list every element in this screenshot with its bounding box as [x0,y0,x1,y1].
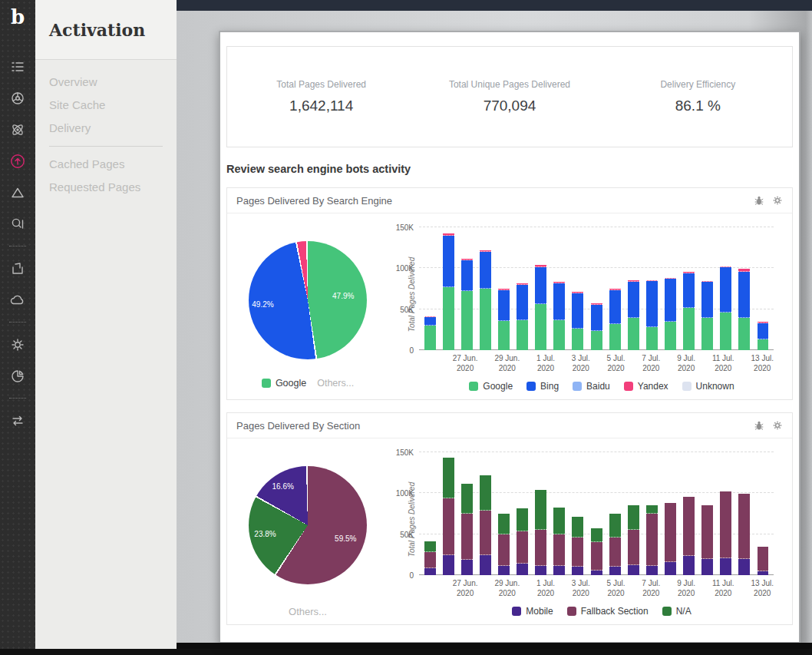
gear-icon[interactable] [772,195,783,206]
legend-item-mobile[interactable]: Mobile [512,606,553,617]
stacked-bar[interactable] [572,227,583,350]
stacked-bar[interactable] [628,227,639,350]
stacked-bar[interactable] [591,227,602,350]
y-tick-label: 50K [400,305,414,313]
bar-legend: MobileFallback SectionN/A [419,606,784,617]
legend-label: Fallback Section [581,606,649,617]
stacked-bar[interactable] [461,452,473,575]
sidebar-item-requested-pages[interactable]: Requested Pages [35,176,177,199]
stacked-bar[interactable] [517,227,528,350]
stacked-bar[interactable] [720,227,731,350]
stacked-bar[interactable] [646,452,658,575]
crawler-wheel-icon[interactable] [0,82,35,114]
export-icon[interactable] [0,253,35,284]
legend-item-fallback-section[interactable]: Fallback Section [567,606,649,617]
legend-swatch [682,382,692,391]
stacked-bar[interactable] [683,227,695,350]
stacked-bar[interactable] [480,452,491,575]
x-tick-label [419,578,436,598]
pie-chart-icon[interactable] [0,360,35,392]
legend-item-others-[interactable]: Others... [289,606,327,617]
stacked-bar[interactable] [591,452,602,575]
stacked-bar[interactable] [738,227,750,350]
stacked-bar[interactable] [553,452,565,575]
stacked-bar[interactable] [701,452,713,575]
sidebar-item-site-cache[interactable]: Site Cache [35,94,177,117]
sidebar-item-delivery[interactable]: Delivery [35,117,177,140]
x-tick-label: 7 Jul.2020 [642,353,660,373]
stacked-bar[interactable] [498,452,510,575]
stacked-bar[interactable] [628,452,639,575]
legend-item-yandex[interactable]: Yandex [624,381,668,392]
stacked-bar[interactable] [535,452,546,575]
legend-item-baidu[interactable]: Baidu [573,381,610,392]
bar-segment-bing [758,323,769,339]
pie-chart-section[interactable]: 59.5%23.8%16.6% [249,466,367,584]
stacked-bar[interactable] [683,452,695,575]
bar-column [624,452,642,575]
stacked-bar[interactable] [553,227,565,350]
stacked-bar[interactable] [480,227,491,350]
pie-chart-search-engine[interactable]: 47.9%49.2% [249,241,367,359]
stacked-bar[interactable] [701,227,713,350]
legend-item-others-[interactable]: Others... [317,378,354,389]
stacked-bar[interactable] [498,227,510,350]
x-tick-label [590,353,607,373]
gear-icon[interactable] [0,329,35,360]
stacked-bar[interactable] [665,227,676,350]
activation-upload-icon[interactable] [0,145,35,177]
stat-total-unique-pages-delivered: Total Unique Pages Delivered 770,094 [415,79,603,114]
stacked-bar[interactable] [443,452,454,575]
brand-logo[interactable]: b [0,0,35,34]
bar-segment-bing [591,305,602,331]
bar-segment-mobile [424,568,436,575]
x-tick-label [590,578,607,598]
stacked-bar[interactable] [424,227,436,350]
legend-label: Bing [540,381,559,392]
legend-item-google[interactable]: Google [469,381,513,392]
list-icon[interactable] [0,51,35,82]
bar-segment-n-a [591,528,602,542]
legend-label: Unknown [696,381,734,392]
bar-segment-google [517,320,528,350]
bar-segment-bing [628,282,639,318]
stacked-bar[interactable] [758,227,769,350]
stats-card: Total Pages Delivered 1,642,114 Total Un… [226,46,793,147]
stacked-bar[interactable] [609,227,621,350]
analytics-atom-icon[interactable] [0,114,35,145]
bug-icon[interactable] [754,420,764,431]
stacked-bar[interactable] [609,452,621,575]
legend-label: N/A [676,606,692,617]
gear-icon[interactable] [772,420,783,431]
legend-item-bing[interactable]: Bing [526,381,559,392]
cloud-icon[interactable] [0,284,35,316]
bar-segment-fallback-section [646,514,658,566]
stacked-bar[interactable] [665,452,676,575]
sidebar-item-cached-pages[interactable]: Cached Pages [35,153,177,176]
stacked-bar[interactable] [461,227,473,350]
stacked-bar[interactable] [720,452,731,575]
bar-segment-mobile [646,566,658,575]
search-cursor-icon[interactable] [0,208,35,240]
stacked-bar[interactable] [738,452,750,575]
stacked-bar[interactable] [517,452,528,575]
bar-column [457,452,476,575]
stacked-bar[interactable] [572,452,583,575]
stacked-bar[interactable] [443,227,454,350]
bug-icon[interactable] [754,195,764,206]
bar-column [735,227,754,350]
stacked-bar[interactable] [758,452,769,575]
stacked-bar[interactable] [535,227,546,350]
swap-arrows-icon[interactable] [0,405,35,436]
stacked-bar[interactable] [646,227,658,350]
legend-item-google[interactable]: Google [262,378,306,389]
stacked-bar[interactable] [424,452,436,575]
bar-segment-n-a [646,505,658,514]
sidebar-nav: Overview Site Cache Delivery Cached Page… [35,71,177,199]
sidebar-item-overview[interactable]: Overview [35,71,177,94]
legend-item-n-a[interactable]: N/A [662,606,692,617]
bar-segment-bing [683,273,695,308]
bar-segment-google [572,329,583,350]
delta-icon[interactable] [0,177,35,208]
legend-item-unknown[interactable]: Unknown [682,381,734,392]
